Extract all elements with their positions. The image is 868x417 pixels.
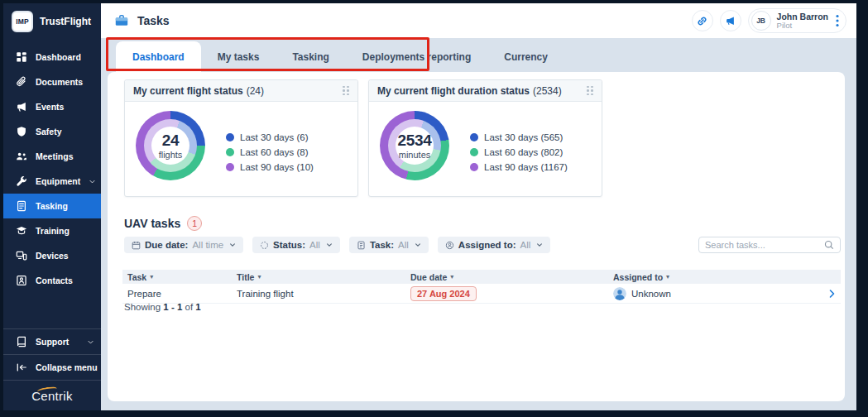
contacts-icon (15, 275, 27, 287)
legend-label: Last 90 days (10) (240, 162, 314, 172)
sidebar-item-label: Contacts (36, 276, 73, 285)
sidebar-item-dashboard[interactable]: Dashboard (3, 45, 101, 70)
sidebar-item-safety[interactable]: Safety (3, 119, 101, 144)
uav-tasks-title: UAV tasks (124, 217, 180, 230)
legend-item: Last 30 days (6) (226, 132, 314, 142)
tab-currency[interactable]: Currency (487, 41, 564, 72)
sidebar-item-meetings[interactable]: Meetings (3, 144, 101, 169)
assignee-name: Unknown (631, 289, 671, 299)
uav-tasks-count-badge: 1 (187, 216, 202, 231)
sidebar-item-collapse-menu[interactable]: Collapse menu (3, 354, 101, 380)
sidebar-item-label: Equipment (36, 176, 80, 186)
sidebar-item-training[interactable]: Training (3, 218, 101, 243)
row-chevron-right-icon[interactable] (819, 290, 841, 298)
filter-value: All (309, 240, 320, 250)
main-area: Tasks JB John Barron Pilot (101, 3, 856, 410)
user-menu[interactable]: JB John Barron Pilot (748, 8, 846, 33)
sidebar-item-tasking[interactable]: Tasking (3, 194, 101, 218)
app-logo[interactable]: IMP TrustFlight (3, 3, 101, 40)
kebab-menu-icon[interactable] (834, 14, 841, 27)
chart-legend: Last 30 days (565) Last 60 days (802) La… (470, 132, 568, 172)
chevron-down-icon (415, 242, 421, 248)
filter-chip-status[interactable]: Status: All (252, 237, 340, 253)
card-header: My current flight duration status (2534) (369, 80, 602, 102)
sidebar-nav: Dashboard Documents Events Safety Meetin… (3, 45, 101, 293)
sidebar-item-support[interactable]: Support (3, 328, 101, 354)
sidebar-item-label: Support (36, 337, 69, 347)
devices-icon (15, 250, 27, 262)
announcements-button[interactable] (720, 10, 741, 31)
table-body: Prepare Training flight 27 Aug 2024 Unkn… (122, 284, 841, 304)
sidebar-item-events[interactable]: Events (3, 94, 101, 119)
app-window: IMP TrustFlight Dashboard Documents Even… (3, 3, 856, 410)
column-header-task[interactable]: Task ▾ (127, 272, 237, 282)
column-label: Title (237, 272, 254, 282)
sidebar-item-documents[interactable]: Documents (3, 70, 101, 94)
legend-item: Last 90 days (1167) (470, 162, 568, 172)
chevron-down-icon (229, 242, 236, 248)
footer-showing-label: Showing (124, 302, 161, 312)
column-header-assigned-to[interactable]: Assigned to ▾ (613, 272, 819, 282)
card-body: 24 flights Last 30 days (6) Last 60 days… (125, 102, 357, 196)
search-input[interactable] (705, 240, 824, 250)
tasks-table: Task ▾ Title ▾ Due date ▾ Assigned to ▾ … (122, 270, 841, 304)
sidebar-item-contacts[interactable]: Contacts (3, 268, 101, 293)
dashboard-icon (15, 51, 27, 64)
table-row[interactable]: Prepare Training flight 27 Aug 2024 Unkn… (122, 284, 841, 304)
tab-deployments-reporting[interactable]: Deployments reporting (346, 41, 487, 72)
column-label: Due date (410, 272, 447, 282)
screenshot-root: { "colors": { "sidebar_bg": "#16253f", "… (0, 0, 868, 417)
filter-value: All (398, 240, 409, 250)
sidebar-item-devices[interactable]: Devices (3, 243, 101, 268)
chevron-down-icon (326, 242, 333, 248)
tab-dashboard[interactable]: Dashboard (116, 41, 201, 72)
content-panel: My current flight status (24) 24 flights… (108, 72, 845, 401)
filter-chip-assigned-to[interactable]: Assigned to: All (438, 237, 550, 253)
legend-item: Last 90 days (10) (226, 162, 314, 172)
centrik-logo: Centrik (31, 389, 73, 403)
drag-handle-icon[interactable] (587, 86, 593, 96)
tasking-icon (15, 200, 27, 213)
sort-caret-icon: ▾ (450, 273, 453, 280)
tasks-icon (114, 13, 129, 28)
calendar-icon (132, 241, 141, 250)
support-icon (15, 336, 27, 348)
filter-label: Status: (273, 240, 305, 250)
donut-center-value: 2534 (397, 132, 431, 148)
legend-label: Last 30 days (565) (484, 132, 563, 142)
search-icon (824, 240, 834, 250)
column-label: Assigned to (613, 272, 663, 282)
filter-chip-due-date[interactable]: Due date: All time (124, 237, 243, 253)
topbar-actions: JB John Barron Pilot (692, 8, 846, 33)
tab-my-tasks[interactable]: My tasks (201, 41, 276, 72)
donut-center-unit: flights (159, 150, 183, 160)
footer-of-label: of (185, 302, 194, 312)
user-name: John Barron (777, 12, 828, 22)
sidebar-item-equipment[interactable]: Equipment (3, 169, 101, 194)
documents-icon (15, 76, 27, 89)
card-title: My current flight duration status (377, 85, 530, 97)
topbar: Tasks JB John Barron Pilot (101, 3, 856, 38)
task-icon (357, 241, 366, 250)
column-header-due-date[interactable]: Due date ▾ (410, 272, 613, 282)
sidebar-brand: Centrik (3, 380, 101, 410)
legend-label: Last 60 days (8) (240, 147, 308, 157)
legend-item: Last 30 days (565) (470, 132, 568, 142)
legend-item: Last 60 days (802) (470, 147, 568, 157)
column-header-title[interactable]: Title ▾ (237, 272, 410, 282)
link-button[interactable] (692, 10, 713, 31)
chevron-down-icon (87, 338, 94, 346)
tab-tasking[interactable]: Tasking (276, 41, 345, 72)
sidebar-item-label: Training (36, 226, 70, 236)
table-footer: Showing 1 - 1 of 1 (124, 302, 201, 312)
column-label: Task (127, 272, 146, 282)
safety-icon (15, 126, 27, 138)
drag-handle-icon[interactable] (343, 86, 349, 96)
filter-chip-task[interactable]: Task: All (349, 237, 429, 253)
cell-title: Training flight (237, 289, 410, 299)
filter-label: Assigned to: (458, 240, 516, 250)
donut-center: 24 flights (151, 127, 189, 165)
legend-label: Last 90 days (1167) (484, 162, 568, 172)
cell-task: Prepare (127, 289, 237, 299)
sidebar-item-label: Events (36, 102, 64, 112)
